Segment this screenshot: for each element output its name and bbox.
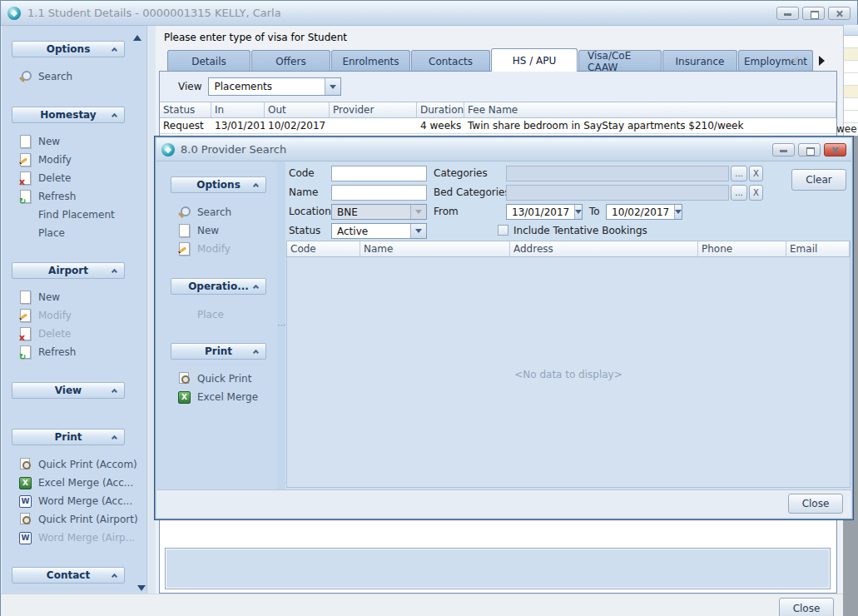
column-header-address[interactable]: Address	[510, 241, 698, 256]
sidebar-scroll-up-icon[interactable]	[133, 35, 141, 41]
dialog-title: 8.0 Provider Search	[181, 143, 286, 156]
sidebar-item-quick-print-airport[interactable]: Quick Print (Airport)	[18, 510, 138, 529]
dialog-minimize-button[interactable]	[772, 143, 795, 156]
group-header-print[interactable]: Print	[171, 343, 266, 360]
group-header-homestay[interactable]: Homestay	[12, 107, 125, 123]
tab-employment[interactable]: Employment	[738, 50, 813, 72]
tab-enrolments[interactable]: Enrolments	[331, 50, 410, 72]
column-header-status[interactable]: Status	[160, 102, 211, 117]
minimize-button[interactable]	[776, 7, 799, 20]
sidebar-item-word-merge-accom[interactable]: Word Merge (Acc...	[18, 492, 132, 510]
categories-field[interactable]	[506, 166, 729, 181]
dialog-maximize-button[interactable]	[798, 143, 821, 156]
tab-visa-coe-caaw[interactable]: Visa/CoE CAAW	[578, 50, 662, 72]
sidebar-item-airport-delete[interactable]: Delete	[18, 325, 71, 343]
tab-scroll-left-icon[interactable]	[792, 56, 798, 66]
name-input[interactable]	[331, 185, 427, 201]
code-input[interactable]	[331, 166, 427, 181]
column-header-code[interactable]: Code	[287, 241, 360, 256]
collapse-caret-icon	[253, 183, 259, 189]
group-header-print[interactable]: Print	[12, 429, 125, 445]
status-combobox[interactable]: Active	[331, 223, 427, 239]
group-header-options[interactable]: Options	[171, 176, 266, 193]
sidebar-item-homestay-delete[interactable]: Delete	[18, 169, 71, 187]
dialog-titlebar[interactable]: 8.0 Provider Search	[156, 138, 851, 161]
view-combobox[interactable]: Placements	[208, 77, 341, 96]
tab-hs-apu[interactable]: HS / APU	[491, 48, 578, 72]
maximize-button[interactable]	[802, 7, 825, 20]
edit-document-icon	[18, 309, 32, 322]
placements-grid-header: Status In Out Provider Duration Fee Name	[160, 102, 836, 118]
tab-insurance[interactable]: Insurance	[662, 50, 737, 72]
column-header-provider[interactable]: Provider	[330, 102, 417, 117]
column-header-phone[interactable]: Phone	[698, 241, 786, 256]
sidebar-item-quick-print-accom[interactable]: Quick Print (Accom)	[18, 455, 137, 474]
delete-document-icon	[18, 171, 32, 185]
group-header-options[interactable]: Options	[12, 41, 125, 57]
group-header-airport[interactable]: Airport	[12, 262, 125, 279]
from-date-picker[interactable]: 13/01/2017	[506, 204, 583, 220]
main-sidebar: Options Search Homestay New Modify Delet…	[2, 26, 146, 600]
dialog-close-footer-button[interactable]: Close	[788, 494, 843, 514]
sidebar-item-homestay-new[interactable]: New	[18, 132, 60, 151]
sidebar-item-airport-modify[interactable]: Modify	[18, 306, 72, 325]
dialog-item-search[interactable]: Search	[177, 203, 231, 221]
validation-message: Please enter type of visa for Student	[164, 32, 347, 43]
location-combobox[interactable]: BNE	[331, 204, 427, 220]
location-label: Location	[289, 204, 331, 219]
sidebar-scroll-down-icon[interactable]	[137, 585, 146, 591]
tab-details[interactable]: Details	[167, 50, 250, 72]
categories-clear-button[interactable]: X	[749, 166, 763, 181]
table-row[interactable]: Request 13/01/2017 10/02/2017 4 weeks Tw…	[160, 118, 836, 134]
column-header-fee-name[interactable]: Fee Name	[464, 102, 836, 117]
sidebar-item-homestay-refresh[interactable]: Refresh	[18, 187, 76, 206]
chevron-down-icon[interactable]	[574, 205, 582, 219]
dialog-item-place[interactable]: Place	[177, 306, 224, 324]
column-header-in[interactable]: In	[211, 102, 265, 117]
collapse-caret-icon	[112, 389, 117, 395]
to-date-picker[interactable]: 10/02/2017	[606, 204, 682, 220]
dialog-close-button[interactable]	[824, 143, 846, 156]
group-header-view[interactable]: View	[12, 382, 125, 399]
bed-categories-clear-button[interactable]: X	[749, 185, 763, 201]
sidebar-item-airport-new[interactable]: New	[18, 288, 60, 306]
sidebar-item-place[interactable]: Place	[18, 224, 65, 242]
dialog-splitter[interactable]: ⋮	[277, 161, 285, 489]
column-header-out[interactable]: Out	[265, 102, 330, 117]
categories-ellipsis-button[interactable]: ...	[731, 166, 747, 181]
tentative-bookings-checkbox[interactable]	[498, 225, 508, 236]
print-preview-icon	[177, 372, 191, 385]
dialog-item-modify[interactable]: Modify	[177, 240, 231, 258]
column-header-email[interactable]: Email	[786, 241, 850, 256]
tab-scroll-right-icon[interactable]	[819, 56, 825, 66]
chevron-down-icon[interactable]	[410, 224, 426, 238]
sidebar-item-excel-merge-accom[interactable]: Excel Merge (Acc...	[18, 474, 133, 492]
clear-button[interactable]: Clear	[791, 169, 846, 191]
close-button[interactable]	[828, 7, 851, 20]
column-header-duration[interactable]: Duration	[417, 102, 464, 117]
dialog-item-new[interactable]: New	[177, 221, 219, 240]
dialog-item-quick-print[interactable]: Quick Print	[177, 370, 251, 388]
sidebar-item-airport-refresh[interactable]: Refresh	[18, 343, 76, 361]
refresh-icon	[18, 345, 32, 359]
column-header-name[interactable]: Name	[360, 241, 510, 256]
sidebar-item-find-placement[interactable]: Find Placement	[18, 206, 115, 224]
sidebar-item-homestay-modify[interactable]: Modify	[18, 151, 72, 169]
group-header-operations[interactable]: Operatio...	[171, 278, 266, 295]
chevron-down-icon[interactable]	[325, 78, 340, 95]
tab-contacts[interactable]: Contacts	[411, 50, 490, 72]
view-label: View	[178, 81, 201, 92]
chevron-down-icon[interactable]	[674, 205, 682, 219]
main-close-button[interactable]: Close	[779, 598, 834, 616]
bed-categories-ellipsis-button[interactable]: ...	[731, 185, 747, 201]
group-header-contact[interactable]: Contact	[12, 567, 125, 584]
sidebar-item-word-merge-airport[interactable]: Word Merge (Airp...	[18, 529, 135, 547]
results-grid-body[interactable]: <No data to display>	[286, 257, 851, 488]
print-preview-icon	[18, 513, 32, 526]
sidebar-item-search[interactable]: Search	[18, 67, 72, 86]
main-titlebar[interactable]: 1.1 Student Details - 0000001315 KELLY, …	[1, 1, 857, 26]
bed-categories-field[interactable]	[506, 185, 729, 201]
tab-offers[interactable]: Offers	[251, 50, 330, 72]
app-icon	[7, 7, 21, 20]
dialog-item-excel-merge[interactable]: Excel Merge	[177, 388, 258, 406]
